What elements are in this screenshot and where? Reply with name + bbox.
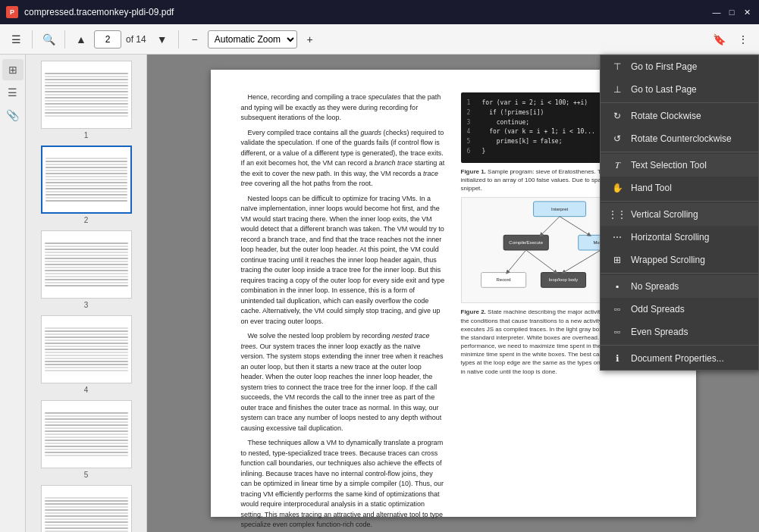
menu-item-odd-spreads-label: Odd Spreads: [631, 304, 685, 315]
thumbnail-num-1: 1: [84, 131, 89, 139]
toolbar: ☰ 🔍 ▲ of 14 ▼ − Automatic Zoom Actual Si…: [0, 24, 759, 55]
pdf-left-column: Hence, recording and compiling a trace s…: [241, 92, 446, 532]
thumbnail-item-3[interactable]: 3: [32, 230, 140, 309]
svg-text:Record: Record: [496, 278, 510, 283]
horizontal-scrolling-icon: ⋯: [611, 231, 623, 243]
tools-dropdown-menu: ⊤ Go to First Page ⊥ Go to Last Page ↻ R…: [600, 55, 759, 371]
page-total-label: of 14: [126, 34, 146, 45]
document-properties-icon: ℹ: [611, 352, 623, 365]
menu-item-go-first-page[interactable]: ⊤ Go to First Page: [601, 55, 758, 78]
tools-menu-button[interactable]: ⋮: [732, 28, 754, 51]
thumbnail-num-3: 3: [84, 301, 89, 309]
menu-item-text-selection-label: Text Selection Tool: [631, 160, 707, 171]
sidebar-thumbnails-button[interactable]: ⊞: [2, 59, 24, 80]
menu-item-vertical-scrolling[interactable]: ⋮⋮ Vertical Scrolling: [601, 203, 758, 226]
menu-item-odd-spreads[interactable]: ▫▫ Odd Spreads: [601, 298, 758, 321]
menu-item-rotate-clockwise-label: Rotate Clockwise: [631, 111, 701, 121]
thumbnail-item-2[interactable]: 2: [32, 146, 140, 224]
svg-line-13: [560, 217, 589, 236]
bookmark-button[interactable]: 🔖: [707, 28, 730, 51]
window-title: compressed.tracemonkey-pldi-09.pdf: [24, 7, 704, 17]
menu-separator-4: [601, 273, 758, 274]
sidebar-attachments-button[interactable]: 📎: [2, 105, 24, 126]
app-icon: P: [6, 6, 18, 18]
menu-item-go-last-page[interactable]: ⊥ Go to Last Page: [601, 78, 758, 101]
hand-tool-icon: ✋: [611, 182, 623, 194]
menu-item-rotate-counterclockwise[interactable]: ↺ Rotate Counterclockwise: [601, 127, 758, 150]
svg-line-12: [541, 217, 560, 236]
menu-item-horizontal-scrolling-label: Horizontal Scrolling: [631, 232, 709, 243]
next-page-button[interactable]: ▼: [151, 28, 174, 51]
even-spreads-icon: ▫▫: [611, 326, 623, 338]
svg-line-17: [563, 250, 601, 273]
go-last-page-icon: ⊥: [611, 83, 623, 95]
menu-separator-5: [601, 345, 758, 346]
search-button[interactable]: 🔍: [37, 28, 60, 51]
rotate-clockwise-icon: ↻: [611, 110, 623, 122]
menu-separator-3: [601, 201, 758, 202]
menu-separator-1: [601, 102, 758, 103]
menu-item-even-spreads[interactable]: ▫▫ Even Spreads: [601, 321, 758, 343]
svg-line-14: [507, 250, 526, 273]
svg-text:Compile/Execute: Compile/Execute: [509, 240, 543, 245]
menu-item-text-selection-tool[interactable]: 𝑇 Text Selection Tool: [601, 154, 758, 177]
thumbnail-item-6[interactable]: 6: [32, 485, 140, 532]
menu-item-hand-tool-label: Hand Tool: [631, 183, 672, 193]
vertical-scrolling-icon: ⋮⋮: [611, 208, 623, 221]
minimize-button[interactable]: —: [710, 6, 723, 18]
menu-item-hand-tool[interactable]: ✋ Hand Tool: [601, 177, 758, 199]
thumbnail-item-1[interactable]: 1: [32, 61, 140, 139]
menu-item-rotate-clockwise[interactable]: ↻ Rotate Clockwise: [601, 105, 758, 127]
menu-item-even-spreads-label: Even Spreads: [631, 327, 688, 337]
thumbnail-num-5: 5: [84, 471, 89, 479]
maximize-button[interactable]: □: [726, 6, 738, 18]
svg-text:Interpret: Interpret: [551, 207, 568, 211]
zoom-select[interactable]: Automatic Zoom Actual Size Page Fit Page…: [208, 30, 297, 49]
toolbar-separator-2: [64, 30, 65, 49]
menu-item-document-properties-label: Document Properties...: [631, 353, 724, 364]
sidebar-toggle-button[interactable]: ☰: [5, 28, 27, 51]
thumbnail-panel: 1 2: [26, 55, 147, 532]
go-first-page-icon: ⊤: [611, 61, 623, 73]
menu-item-wrapped-scrolling-label: Wrapped Scrolling: [631, 255, 705, 265]
no-spreads-icon: ▪: [611, 280, 623, 293]
menu-item-horizontal-scrolling[interactable]: ⋯ Horizontal Scrolling: [601, 226, 758, 249]
rotate-counterclockwise-icon: ↺: [611, 133, 623, 145]
menu-item-go-last-page-label: Go to Last Page: [631, 84, 697, 95]
menu-item-no-spreads[interactable]: ▪ No Spreads: [601, 275, 758, 298]
zoom-out-button[interactable]: −: [183, 28, 206, 51]
page-number-input[interactable]: [94, 30, 121, 49]
menu-item-wrapped-scrolling[interactable]: ⊞ Wrapped Scrolling: [601, 249, 758, 271]
menu-item-rotate-counterclockwise-label: Rotate Counterclockwise: [631, 133, 732, 144]
toolbar-separator-3: [178, 30, 179, 49]
svg-text:loop/loop body: loop/loop body: [548, 278, 577, 283]
thumbnail-num-4: 4: [84, 386, 89, 394]
thumbnail-item-4[interactable]: 4: [32, 315, 140, 394]
prev-page-button[interactable]: ▲: [70, 28, 93, 51]
sidebar-icons: ⊞ ☰ 📎: [0, 55, 26, 532]
odd-spreads-icon: ▫▫: [611, 303, 623, 315]
menu-item-document-properties[interactable]: ℹ Document Properties...: [601, 347, 758, 370]
close-button[interactable]: ✕: [741, 6, 753, 18]
window-controls: — □ ✕: [710, 6, 753, 18]
text-selection-icon: 𝑇: [611, 159, 623, 171]
thumbnail-item-5[interactable]: 5: [32, 400, 140, 479]
svg-line-15: [525, 250, 555, 273]
menu-item-vertical-scrolling-label: Vertical Scrolling: [631, 209, 698, 220]
thumbnail-num-2: 2: [84, 216, 89, 224]
titlebar: P compressed.tracemonkey-pldi-09.pdf — □…: [0, 0, 759, 24]
menu-separator-2: [601, 152, 758, 152]
menu-item-go-first-page-label: Go to First Page: [631, 61, 697, 72]
toolbar-separator-1: [32, 30, 33, 49]
zoom-in-button[interactable]: +: [299, 28, 321, 51]
sidebar-outline-button[interactable]: ☰: [2, 82, 24, 103]
wrapped-scrolling-icon: ⊞: [611, 254, 623, 266]
menu-item-no-spreads-label: No Spreads: [631, 281, 679, 292]
